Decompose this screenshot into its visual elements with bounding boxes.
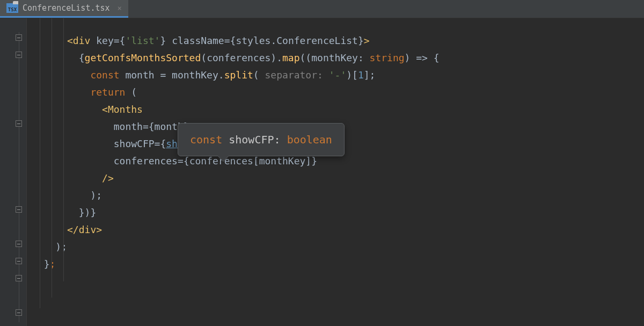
tab-filename: ConferenceList.tsx (23, 3, 110, 13)
fold-marker-icon[interactable] (16, 258, 22, 264)
file-tab[interactable]: TSX ConferenceList.tsx × (0, 0, 128, 18)
code-line: }; (32, 256, 644, 273)
tab-bar: TSX ConferenceList.tsx × (0, 0, 644, 18)
fold-marker-icon[interactable] (16, 309, 22, 316)
fold-marker-icon[interactable] (16, 241, 22, 247)
fold-marker-icon[interactable] (16, 275, 22, 281)
code-line: ); (32, 238, 644, 256)
code-line: </div> (32, 221, 644, 238)
code-line: ); (32, 187, 644, 204)
type-hint-tooltip: const showCFP: boolean (178, 123, 345, 156)
code-line: <div key={'list'} className={styles.Conf… (32, 32, 644, 49)
editor: <div key={'list'} className={styles.Conf… (0, 18, 644, 326)
fold-marker-icon[interactable] (16, 206, 22, 213)
code-line: <Months (32, 101, 644, 118)
code-area[interactable]: <div key={'list'} className={styles.Conf… (27, 18, 644, 326)
code-line: {getConfsMonthsSorted(conferences).map((… (32, 49, 644, 67)
gutter (0, 18, 27, 326)
fold-marker-icon[interactable] (16, 34, 22, 41)
code-line: const month = monthKey.split( separator:… (32, 67, 644, 84)
tsx-file-icon: TSX (6, 3, 18, 13)
fold-marker-icon[interactable] (16, 120, 22, 127)
close-icon[interactable]: × (118, 4, 122, 12)
code-line: })} (32, 204, 644, 221)
code-line: /> (32, 170, 644, 187)
code-line: return ( (32, 84, 644, 101)
fold-marker-icon[interactable] (16, 52, 22, 58)
